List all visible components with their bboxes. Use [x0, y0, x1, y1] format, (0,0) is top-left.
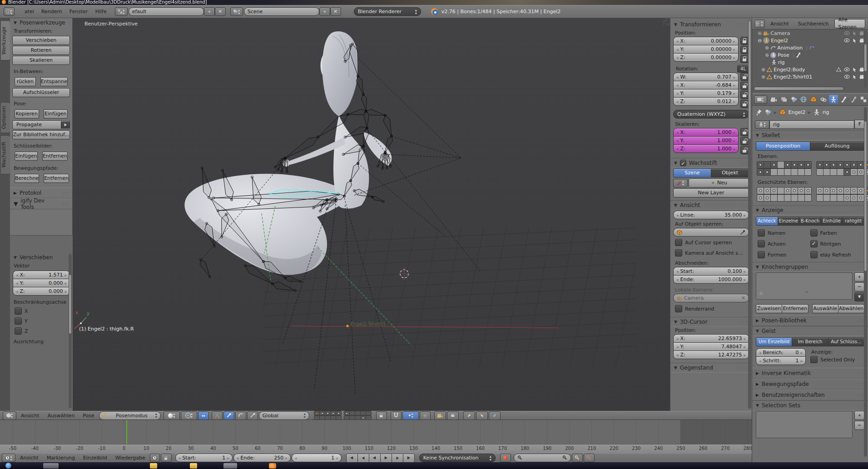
menu-file[interactable]: atei [21, 9, 38, 15]
panel-ghost-header[interactable]: ▼Geist [752, 326, 868, 336]
outliner-row-body[interactable]: ⊕Engel2:Body [753, 66, 867, 73]
axis-z-checkbox[interactable] [15, 327, 22, 335]
opengl-render-button[interactable] [434, 411, 446, 420]
delete-scene-button[interactable]: ✕ [330, 7, 341, 16]
remove-keyframe-button[interactable]: Entfernen [42, 152, 68, 161]
cursor-z-field[interactable]: ◂Z:12.47275▸ [673, 351, 749, 359]
layers-grid-a[interactable] [314, 411, 342, 420]
layer-toggle[interactable] [830, 194, 837, 202]
push-pose-button[interactable]: rücken [15, 77, 36, 86]
outliner-hscroll-track[interactable] [754, 87, 845, 90]
snap-magnet-toggle[interactable] [391, 411, 402, 420]
vector-z-field[interactable]: ◂Z:0.000▸ [13, 287, 70, 296]
timeline-keyframe-area[interactable] [0, 420, 752, 444]
viewport-editor-type-button[interactable]: ▴▾ [3, 411, 16, 420]
vector-y-field[interactable]: ◂Y:0.000▸ [13, 279, 70, 287]
pin-icon[interactable] [755, 109, 763, 116]
ghost-in-range-button[interactable]: Im Bereich [792, 337, 828, 346]
clip-start-field[interactable]: ◂Start:0.100▸ [673, 267, 749, 276]
delay-refresh-checkbox[interactable] [810, 251, 818, 258]
tab-data-armature[interactable] [829, 95, 838, 104]
layer-toggle[interactable] [784, 187, 791, 194]
copy-pose-icon-button[interactable]: ⬈ [463, 411, 475, 420]
timeline-menu-ansicht[interactable]: Ansicht [16, 455, 42, 461]
clip-end-field[interactable]: ◂Ende:1000.000▸ [673, 275, 749, 284]
preview-range-toggle[interactable] [150, 454, 160, 462]
insert-keyframes-button[interactable] [572, 454, 583, 462]
layer-toggle[interactable] [798, 187, 805, 194]
opengl-render-anim-button[interactable]: 🎬︎ [447, 411, 459, 420]
armature-layers-grid-a[interactable] [757, 161, 812, 176]
display-wire-button[interactable]: rahtgitt [842, 217, 864, 226]
layer-toggle[interactable] [784, 161, 791, 168]
layer-toggle[interactable] [857, 168, 864, 176]
panel-skeleton-header[interactable]: ▼Skellet [752, 130, 868, 140]
paste-pose-icon-button[interactable]: ⬊ [476, 411, 488, 420]
tab-bone-constraint[interactable] [848, 95, 858, 104]
layer-toggle[interactable] [330, 411, 336, 415]
ghost-range-field[interactable]: ◂Bereich:0▸ [756, 348, 806, 357]
bone-group-select-button[interactable]: Auswähle [812, 304, 838, 313]
timeline-editor-type-button[interactable]: ▴▾ [2, 454, 15, 462]
scale-button[interactable]: Skalieren [12, 56, 70, 65]
pivot-align-toggle[interactable]: ⇔ [198, 411, 209, 420]
ghost-step-field[interactable]: ◂Schritt:1▸ [756, 356, 806, 365]
layer-toggle[interactable] [777, 187, 784, 194]
frame-lock-toggle[interactable] [161, 454, 172, 462]
breadcrumb-object[interactable]: Engel2 [789, 109, 806, 115]
mode-select[interactable]: Posenmodus▴▾ [99, 411, 161, 420]
rest-position-button[interactable]: Auflösung [810, 142, 864, 151]
timeline-menu-markierung[interactable]: Markierung [43, 455, 79, 461]
layer-toggle[interactable] [330, 415, 336, 420]
lock-cursor-checkbox[interactable] [675, 239, 682, 246]
object-breadcrumb-icon[interactable] [779, 109, 786, 115]
menu-window[interactable]: Fenster [66, 9, 92, 15]
grease-object-button[interactable]: Objekt [711, 168, 749, 178]
render-border-checkbox[interactable] [675, 305, 682, 312]
frame-end-field[interactable]: ◂Ende:250▸ [233, 454, 291, 462]
layer-toggle[interactable] [823, 194, 830, 202]
add-to-library-button[interactable]: Zur Bibliothek hinzuf... [12, 130, 70, 139]
layer-toggle[interactable] [366, 415, 372, 420]
panel-selection-sets-header[interactable]: ▼Selection Sets [752, 400, 868, 410]
layer-toggle[interactable] [777, 194, 784, 202]
rotation-x-field[interactable]: ◂X:-0.684▸ [673, 81, 739, 89]
selection-set-add-button[interactable]: ＋ [854, 411, 864, 420]
layer-toggle[interactable] [777, 161, 784, 168]
armature-name-field[interactable]: rig [769, 120, 854, 129]
bone-group-remove-button[interactable]: − [854, 282, 864, 291]
layer-toggle[interactable] [857, 161, 864, 168]
windows-taskbar[interactable] [0, 462, 868, 469]
layer-toggle[interactable] [764, 187, 771, 194]
panel-grease-header[interactable]: ▼Wachsstift [670, 158, 752, 168]
scale-z-field[interactable]: ◂Z:1.000▸ [673, 144, 739, 153]
layer-toggle[interactable] [336, 415, 342, 420]
grease-scene-button[interactable]: Szene [673, 168, 711, 178]
layer-toggle[interactable] [816, 168, 823, 176]
corner-resize-grip[interactable] [663, 18, 670, 25]
rotate-button[interactable]: Rotieren [12, 46, 70, 55]
layer-toggle[interactable] [784, 194, 791, 202]
panel-view-header[interactable]: ▼Ansicht [670, 200, 752, 210]
data-breadcrumb-icon[interactable] [813, 109, 820, 115]
panel-item-header[interactable]: ▼Gegenstand [670, 363, 752, 372]
delete-layout-button[interactable]: ✕ [215, 7, 226, 16]
layer-toggle[interactable] [770, 194, 778, 202]
layer-toggle[interactable] [843, 194, 851, 202]
layer-toggle[interactable] [804, 187, 812, 194]
outliner-hscrollbar[interactable] [754, 87, 844, 90]
taskbar-item-2[interactable] [223, 463, 237, 469]
new-layer-button[interactable]: New Layer [673, 188, 749, 197]
protected-layers-grid-b[interactable] [816, 187, 868, 202]
tab-werkzeuge[interactable]: Werkzeuge [1, 20, 10, 60]
layer-toggle[interactable] [798, 168, 805, 176]
grease-pencil-icon[interactable]: ▴▾ [673, 179, 688, 188]
layer-toggle[interactable] [823, 187, 830, 194]
viewport-menu-auswaehlen[interactable]: Auswählen [44, 413, 79, 419]
cursor-x-field[interactable]: ◂X:22.65973▸ [673, 334, 749, 343]
paste-pose-button[interactable]: Einfügen [44, 109, 68, 118]
scene-canvas[interactable] [73, 18, 670, 411]
editor-type-button[interactable]: ⓘ▴▾ [4, 7, 15, 16]
names-checkbox[interactable] [758, 229, 765, 237]
outliner-vscrollbar[interactable] [864, 44, 867, 72]
